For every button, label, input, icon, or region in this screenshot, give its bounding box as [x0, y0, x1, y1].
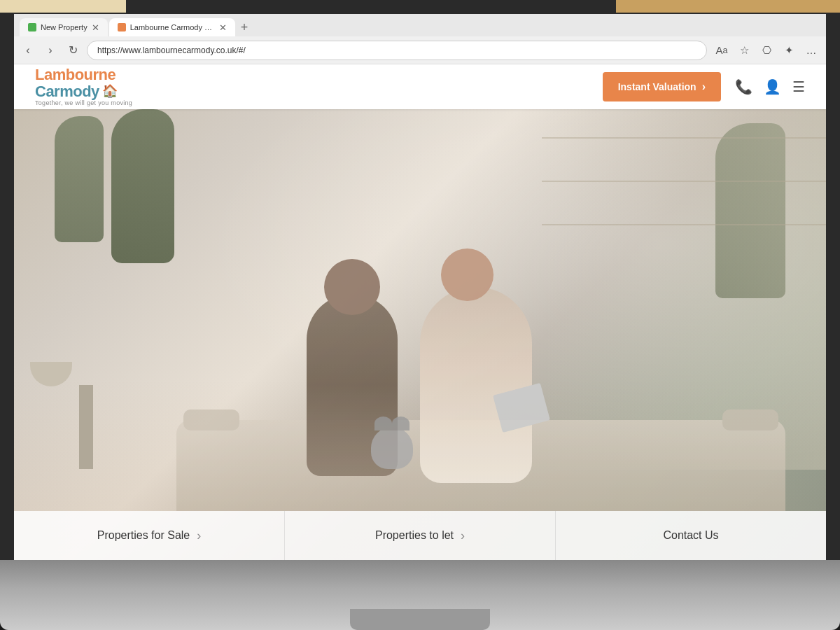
instant-valuation-button[interactable]: Instant Valuation › — [603, 72, 721, 102]
couch-armrest-right — [722, 410, 778, 430]
person-female-body — [420, 287, 532, 483]
logo-lambourne: Lambourne — [35, 66, 132, 83]
properties-to-let-label: Properties to let — [375, 529, 454, 542]
dog-ear-right — [392, 416, 410, 430]
blind-line-2 — [542, 181, 826, 182]
hero-nav-buttons: Properties for Sale › Properties to let … — [14, 511, 826, 560]
plant-decor-center — [111, 109, 174, 263]
logo-carmody-text: Carmody — [35, 83, 99, 100]
bookmark-button[interactable]: ☆ — [735, 41, 753, 59]
more-button[interactable]: … — [802, 41, 820, 59]
logo-area[interactable]: Lambourne Carmody 🏠 Together, we will ge… — [35, 66, 132, 107]
house-icon: 🏠 — [102, 85, 118, 99]
blind-line-3 — [542, 224, 826, 225]
split-button[interactable]: ⎔ — [757, 41, 776, 59]
cta-arrow: › — [702, 80, 706, 93]
person-male-head — [324, 259, 380, 315]
properties-for-sale-button[interactable]: Properties for Sale › — [14, 511, 285, 560]
properties-for-sale-label: Properties for Sale — [97, 529, 190, 542]
contact-us-button[interactable]: Contact Us — [556, 511, 826, 560]
bg-top-left — [0, 0, 126, 13]
blind-line-1 — [542, 137, 826, 139]
properties-for-sale-arrow: › — [197, 528, 201, 543]
tab-bar: New Property ✕ Lambourne Carmody Estate … — [14, 14, 826, 36]
properties-to-let-arrow: › — [461, 528, 465, 543]
contact-us-label: Contact Us — [663, 529, 718, 542]
dog-ear-left — [374, 416, 392, 430]
plant-decor-left — [55, 116, 104, 242]
properties-to-let-button[interactable]: Properties to let › — [285, 511, 556, 560]
screen: New Property ✕ Lambourne Carmody Estate … — [14, 14, 826, 560]
hero-bottom-bar: Properties for Sale › Properties to let … — [14, 511, 826, 560]
monitor-bottom — [0, 560, 840, 630]
website-content: Lambourne Carmody 🏠 Together, we will ge… — [14, 64, 826, 560]
tab-favicon-1 — [28, 23, 36, 31]
phone-icon-button[interactable]: 📞 — [735, 78, 752, 95]
dog — [371, 427, 413, 469]
address-bar-row: ‹ › ↻ Aa ☆ ⎔ ✦ … — [14, 36, 826, 64]
window-area — [542, 109, 826, 470]
refresh-button[interactable]: ↻ — [64, 42, 81, 59]
lamp-stand — [79, 385, 93, 469]
logo-tagline: Together, we will get you moving — [35, 100, 132, 107]
logo-carmody: Carmody 🏠 — [35, 83, 132, 100]
instant-valuation-label: Instant Valuation — [618, 81, 696, 92]
forward-button[interactable]: › — [42, 42, 59, 59]
browser-tab-lambourne[interactable]: Lambourne Carmody Estate & L... ✕ — [109, 18, 235, 36]
browser-actions: Aa ☆ ⎔ ✦ … — [713, 41, 820, 59]
bg-top-right — [616, 0, 840, 13]
tab-label-1: New Property — [41, 23, 88, 31]
hero-section: Properties for Sale › Properties to let … — [14, 109, 826, 560]
account-icon-button[interactable]: 👤 — [764, 78, 781, 95]
tab-close-1[interactable]: ✕ — [92, 22, 99, 33]
site-header: Lambourne Carmody 🏠 Together, we will ge… — [14, 64, 826, 109]
tab-label-2: Lambourne Carmody Estate & L... — [130, 23, 215, 31]
person-female-head — [441, 248, 493, 301]
couch-armrest-left — [183, 410, 239, 430]
menu-icon-button[interactable]: ☰ — [792, 78, 805, 95]
tab-favicon-2 — [118, 23, 126, 31]
monitor-frame: New Property ✕ Lambourne Carmody Estate … — [0, 0, 840, 630]
read-aloud-button[interactable]: Aa — [713, 41, 731, 59]
tab-close-2[interactable]: ✕ — [219, 22, 227, 33]
add-tab-button[interactable]: + — [237, 20, 253, 35]
favorites-button[interactable]: ✦ — [780, 41, 798, 59]
header-icons: 📞 👤 ☰ — [735, 78, 805, 95]
browser-frame: New Property ✕ Lambourne Carmody Estate … — [14, 14, 826, 560]
monitor-stand — [350, 609, 490, 630]
address-input[interactable] — [87, 41, 707, 60]
back-button[interactable]: ‹ — [20, 42, 36, 59]
browser-tab-new-property[interactable]: New Property ✕ — [20, 18, 108, 36]
